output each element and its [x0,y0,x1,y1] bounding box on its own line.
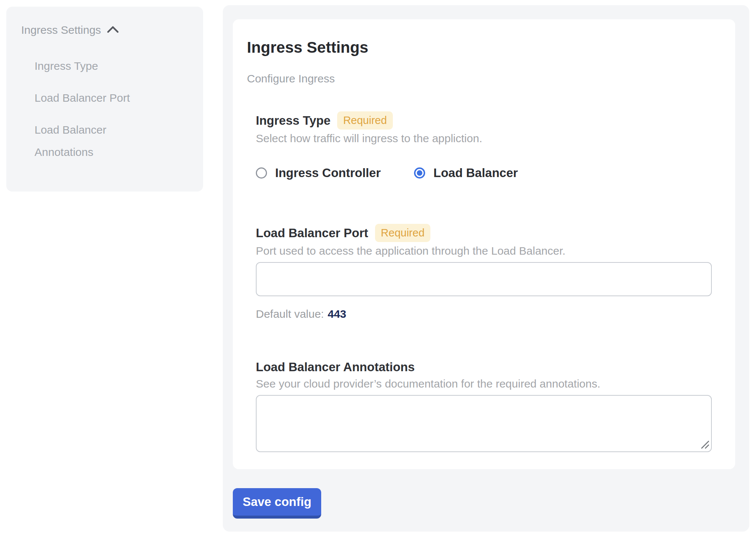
sidebar-section-title: Ingress Settings [21,23,101,37]
default-value-number: 443 [328,308,346,320]
page-subtitle: Configure Ingress [247,72,721,85]
radio-option-ingress-controller[interactable]: Ingress Controller [256,166,381,180]
chevron-up-icon [106,24,120,36]
radio-label-load-balancer: Load Balancer [433,166,518,180]
main-panel: Ingress Settings Configure Ingress Ingre… [223,5,749,532]
ingress-type-heading: Ingress Type [256,113,330,128]
ingress-type-description: Select how traffic will ingress to the a… [256,132,712,145]
form-sections: Ingress Type Required Select how traffic… [256,111,712,452]
radio-ingress-controller[interactable] [256,167,267,179]
radio-option-load-balancer[interactable]: Load Balancer [414,166,518,180]
default-value-line: Default value:443 [256,307,712,321]
default-value-label: Default value: [256,308,324,320]
load-balancer-port-input[interactable] [256,262,712,296]
sidebar-item-load-balancer-annotations[interactable]: Load Balancer Annotations [35,119,161,163]
save-config-button[interactable]: Save config [233,488,321,519]
required-badge: Required [375,224,431,242]
ingress-type-radio-group: Ingress Controller Load Balancer [256,166,712,180]
radio-label-ingress-controller: Ingress Controller [275,166,381,180]
section-load-balancer-annotations: Load Balancer Annotations See your cloud… [256,359,712,452]
section-load-balancer-port: Load Balancer Port Required Port used to… [256,224,712,321]
page-title: Ingress Settings [247,38,721,57]
load-balancer-port-description: Port used to access the application thro… [256,244,712,258]
required-badge: Required [337,111,393,130]
load-balancer-annotations-textarea[interactable] [256,395,712,452]
ingress-settings-card: Ingress Settings Configure Ingress Ingre… [233,19,735,469]
radio-load-balancer[interactable] [414,167,425,179]
textarea-resize-handle-icon[interactable] [700,440,710,450]
sidebar-section-toggle[interactable]: Ingress Settings [21,23,188,37]
load-balancer-annotations-description: See your cloud provider’s documentation … [256,377,712,391]
settings-sidebar: Ingress Settings Ingress Type Load Balan… [6,7,203,192]
sidebar-item-list: Ingress Type Load Balancer Port Load Bal… [35,55,188,163]
section-ingress-type: Ingress Type Required Select how traffic… [256,111,712,180]
load-balancer-port-heading: Load Balancer Port [256,225,368,241]
load-balancer-annotations-heading: Load Balancer Annotations [256,359,415,375]
sidebar-item-load-balancer-port[interactable]: Load Balancer Port [35,87,161,109]
sidebar-item-ingress-type[interactable]: Ingress Type [35,55,161,77]
